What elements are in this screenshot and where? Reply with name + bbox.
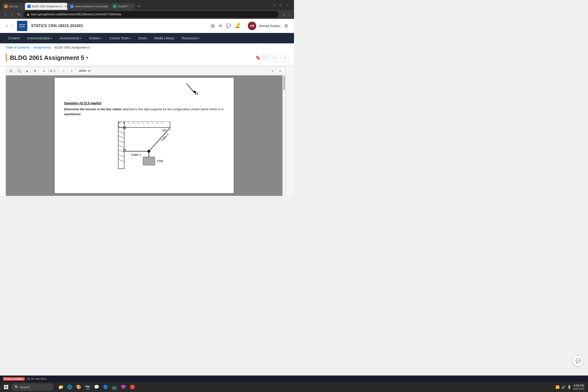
- total-pages: 2: [54, 69, 55, 72]
- sidebar-toggle-arrow: ‹: [2, 71, 3, 74]
- svg-line-9: [146, 122, 149, 124]
- tab-bldg[interactable]: BLDG 2061 Assignment 5 – STA ×: [25, 3, 68, 10]
- notifications-bell[interactable]: 🔔: [235, 23, 240, 28]
- toggle-sidebar-pdf-button[interactable]: ☰: [8, 68, 14, 74]
- expand-pdf-button[interactable]: »: [277, 68, 284, 74]
- forward-button[interactable]: ›: [10, 12, 15, 17]
- tab-favicon-jifu: [4, 5, 8, 8]
- question-title: Question #2 [2.5 marks]: [64, 101, 224, 105]
- institution-logo[interactable]: GeorgeBrown: [17, 21, 27, 31]
- breadcrumb-sep-1: ›: [31, 46, 32, 49]
- address-bar[interactable]: 🔒 learn.georgebrown.ca/d2l/le/content/28…: [24, 11, 278, 18]
- prev-page-button[interactable]: ▲: [24, 68, 30, 74]
- maximize-button[interactable]: □: [278, 2, 284, 8]
- zoom-in-button[interactable]: +: [68, 68, 75, 74]
- f1-diagram-area: F1: [182, 82, 201, 96]
- breadcrumb-assignments[interactable]: Assignments: [34, 46, 51, 49]
- mail-icon[interactable]: ✉: [218, 23, 222, 28]
- course-tools-dropdown-arrow: ▾: [130, 37, 131, 40]
- tab-chatgpt[interactable]: ChatGPT ×: [111, 3, 135, 10]
- page-number-input[interactable]: [40, 68, 48, 74]
- sidebar-toggle[interactable]: ‹: [0, 66, 6, 196]
- fullscreen-icon[interactable]: ⛶: [264, 55, 268, 60]
- nav-bar: Content Communication ▾ Assessments ▾ Gr…: [0, 33, 294, 43]
- content-header: BLDG 2061 Assignment 5 ▾ 🔖 ⛶ ‹ ›: [0, 52, 294, 66]
- communication-dropdown-arrow: ▾: [51, 37, 52, 40]
- user-name: Ahmad Raslan: [259, 24, 280, 28]
- pdf-viewer: ☰ 🔍 ▲ ▼ of 2 − + 160% 50% 75% 100% 125% …: [6, 66, 286, 196]
- tab-bar: Jifu Live × BLDG 2061 Assignment 5 – STA…: [2, 0, 269, 10]
- tab-close-jifu[interactable]: ×: [21, 5, 22, 8]
- minimize-button[interactable]: ─: [272, 2, 277, 8]
- question-block: Question #2 [2.5 marks] Determine the te…: [64, 101, 224, 176]
- bookmark-action-icon[interactable]: 🔖: [255, 55, 260, 60]
- svg-rect-32: [143, 157, 155, 165]
- question-end-text: .: [80, 112, 82, 116]
- prev-content-button[interactable]: ‹: [270, 54, 278, 62]
- single-page-view-button[interactable]: ▪: [269, 68, 276, 74]
- browser-window-controls: ─ □ ×: [270, 2, 292, 8]
- title-dropdown-arrow[interactable]: ▾: [86, 55, 88, 60]
- tab-close-chatgpt[interactable]: ×: [131, 5, 132, 8]
- ssl-lock-icon: 🔒: [26, 13, 30, 16]
- tab-jifu[interactable]: Jifu Live ×: [2, 3, 24, 10]
- pdf-content: F1 Question #2 [2.5 marks] Determine the…: [6, 76, 285, 196]
- question-equilibrium-text: equilibrium: [64, 112, 80, 116]
- svg-line-0: [186, 84, 195, 93]
- assessments-dropdown-arrow: ▾: [80, 37, 82, 40]
- nav-resources[interactable]: Resources ▾: [178, 33, 203, 43]
- user-area[interactable]: AR Ahmad Raslan: [248, 22, 280, 30]
- pdf-scrollbar[interactable]: [282, 76, 285, 196]
- svg-text:Cable 1: Cable 1: [131, 153, 141, 156]
- scrollbar-thumb[interactable]: [283, 76, 285, 90]
- tab-favicon-google: [70, 5, 74, 8]
- url-text: learn.georgebrown.ca/d2l/le/content/2811…: [31, 13, 121, 16]
- zoom-selector[interactable]: 160% 50% 75% 100% 125% 150% 200%: [76, 68, 92, 74]
- svg-line-6: [132, 122, 135, 124]
- settings-icon[interactable]: ⚙: [284, 23, 288, 29]
- svg-line-12: [161, 122, 163, 124]
- svg-rect-2: [118, 122, 170, 128]
- home-button[interactable]: ⌂: [6, 23, 8, 28]
- close-button[interactable]: ×: [285, 2, 290, 8]
- svg-line-17: [118, 131, 124, 133]
- browser-nav-buttons: ‹ › ↻: [3, 12, 22, 17]
- nav-grades[interactable]: Grades ▾: [86, 33, 105, 43]
- breadcrumb: Table of Contents › Assignments › BLDG 2…: [0, 43, 294, 52]
- apps-grid-icon[interactable]: ⊞: [211, 23, 215, 29]
- browser-menu-icon[interactable]: ⋮: [288, 12, 291, 17]
- logo-area: GeorgeBrown: [17, 21, 27, 31]
- tab-favicon-bldg: [27, 5, 30, 8]
- pdf-page: F1 Question #2 [2.5 marks] Determine the…: [55, 78, 234, 193]
- nav-zoom[interactable]: Zoom: [135, 33, 150, 43]
- reload-button[interactable]: ↻: [16, 12, 22, 17]
- breadcrumb-sep-2: ›: [52, 46, 53, 49]
- nav-course-tools[interactable]: Course Tools ▾: [106, 33, 134, 43]
- zoom-out-button[interactable]: −: [60, 68, 67, 74]
- nav-assessments[interactable]: Assessments ▾: [56, 33, 84, 43]
- next-page-button[interactable]: ▼: [32, 68, 38, 74]
- svg-line-20: [118, 145, 124, 148]
- browser-actions: ☆ ⋮: [280, 12, 291, 17]
- back-button[interactable]: ‹: [3, 12, 8, 17]
- new-tab-button[interactable]: +: [135, 3, 142, 10]
- svg-rect-15: [118, 122, 124, 169]
- nav-content[interactable]: Content: [5, 33, 23, 43]
- search-pdf-button[interactable]: 🔍: [16, 68, 22, 74]
- grades-dropdown-arrow: ▾: [100, 37, 102, 40]
- question-bold-text: Determine the tension in the two cables: [64, 108, 122, 111]
- bookmark-icon[interactable]: ☆: [282, 12, 286, 17]
- tab-google[interactable]: solve equilibrium horizontally ×: [68, 3, 110, 10]
- lms-header: ⌂ | GeorgeBrown STATICS CRN-18015-202401…: [0, 19, 294, 33]
- next-content-button[interactable]: ›: [281, 54, 288, 62]
- breadcrumb-table-of-contents[interactable]: Table of Contents: [6, 46, 30, 49]
- chat-icon[interactable]: 💬: [226, 23, 231, 28]
- svg-rect-25: [124, 149, 126, 151]
- nav-media-library[interactable]: Media Library: [151, 33, 178, 43]
- svg-line-7: [137, 122, 140, 124]
- nav-communication[interactable]: Communication ▾: [24, 33, 55, 43]
- svg-line-11: [156, 122, 158, 124]
- content-actions: 🔖 ⛶ ‹ ›: [255, 54, 288, 62]
- tab-label-google: solve equilibrium horizontally: [75, 5, 108, 8]
- content-accent-bar: [6, 54, 7, 62]
